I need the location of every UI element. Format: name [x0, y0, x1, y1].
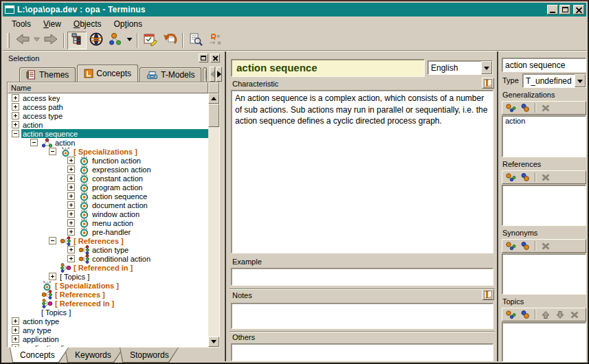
name-column-header[interactable]: Name: [8, 82, 208, 93]
tree-item-document-action[interactable]: document action: [8, 201, 208, 209]
delete-item-button[interactable]: [539, 172, 553, 183]
tree-item-pre-handler[interactable]: pre-handler: [8, 227, 208, 236]
tree-item-topics[interactable]: [ Topics ]: [8, 272, 208, 281]
tree-item-action[interactable]: action: [8, 138, 208, 147]
tab-t-models[interactable]: T-Models: [140, 67, 201, 82]
menu-options[interactable]: Options: [108, 18, 148, 30]
selection-panel-header[interactable]: Selection: [5, 52, 220, 64]
tab-scroll-right-button[interactable]: [216, 67, 222, 82]
expand-toggle[interactable]: [67, 166, 75, 173]
tree-item-references[interactable]: [ References ]: [8, 290, 208, 299]
example-text[interactable]: [231, 268, 493, 286]
tab-themes[interactable]: Themes: [19, 67, 76, 82]
tree-item-specializations[interactable]: [ Specializations ]: [8, 281, 208, 290]
characteristic-language-button[interactable]: L: [482, 78, 494, 89]
relations-button[interactable]: [106, 32, 125, 49]
tree-item-action-sequence[interactable]: action sequence: [8, 192, 208, 201]
tree-item-expression-action[interactable]: expression action: [8, 165, 208, 174]
tree-item-action-type[interactable]: action type: [8, 317, 208, 326]
relations-dropdown-button[interactable]: [125, 32, 134, 49]
link-item-button[interactable]: [518, 309, 532, 320]
tree-item-conditional-action[interactable]: conditional action: [8, 254, 208, 263]
link-item-button[interactable]: [518, 240, 532, 251]
language-select[interactable]: English: [427, 60, 493, 75]
float-panel-button[interactable]: [199, 54, 208, 62]
maximize-button[interactable]: [559, 5, 570, 14]
move-up-button[interactable]: [539, 309, 553, 320]
rename-button[interactable]: [205, 32, 225, 49]
forward-button[interactable]: [41, 32, 60, 49]
titlebar[interactable]: L:\opa\opa.dev : opa - Terminus: [3, 3, 586, 16]
scroll-down-button[interactable]: [208, 337, 219, 347]
notes-text[interactable]: [231, 303, 493, 329]
expand-toggle[interactable]: [67, 174, 75, 182]
minimize-button[interactable]: [547, 5, 558, 14]
references-list[interactable]: [502, 185, 586, 226]
expand-toggle[interactable]: [12, 326, 19, 334]
tab-concepts[interactable]: Concepts: [77, 65, 138, 82]
back-button[interactable]: [13, 32, 32, 49]
bottom-tab-concepts[interactable]: Concepts: [10, 348, 69, 363]
delete-item-button[interactable]: [539, 240, 553, 251]
undo-button[interactable]: [160, 32, 179, 49]
report-search-button[interactable]: [186, 32, 205, 49]
scrollbar-thumb[interactable]: [208, 104, 219, 127]
tree-item-access-path[interactable]: access path: [8, 102, 208, 111]
bottom-tab-keywords[interactable]: Keywords: [65, 348, 124, 363]
delete-item-button[interactable]: [539, 102, 553, 113]
add-item-button[interactable]: [504, 240, 518, 251]
tree-item-constant-action[interactable]: constant action: [8, 174, 208, 183]
expand-toggle[interactable]: [67, 246, 75, 253]
expand-toggle[interactable]: [12, 317, 19, 325]
expand-toggle[interactable]: [49, 237, 56, 244]
menu-view[interactable]: View: [37, 18, 67, 30]
expand-toggle[interactable]: [12, 94, 19, 102]
others-text[interactable]: [231, 343, 493, 361]
tree-item-access-type[interactable]: access type: [8, 111, 208, 120]
scroll-up-button[interactable]: [208, 93, 219, 104]
expand-toggle[interactable]: [67, 228, 75, 236]
close-panel-button[interactable]: [210, 54, 220, 62]
list-item[interactable]: action: [502, 116, 586, 125]
tab-partial[interactable]: [203, 67, 207, 82]
section-splitter[interactable]: [230, 331, 495, 332]
synonyms-list[interactable]: [502, 253, 586, 295]
tree-item-window-action[interactable]: window action: [8, 209, 208, 218]
tree-item-referenced-in[interactable]: [ Referenced in ]: [8, 299, 208, 308]
close-button[interactable]: [573, 5, 584, 14]
link-item-button[interactable]: [518, 102, 532, 113]
characteristic-text[interactable]: An action sequence is a complex action, …: [231, 90, 493, 253]
tree-item-any-type[interactable]: any type: [8, 326, 208, 334]
tree-item-specializations[interactable]: [ Specializations ]: [8, 147, 208, 156]
expand-toggle[interactable]: [67, 192, 75, 200]
tree-item-action-sequence[interactable]: action sequence: [8, 129, 208, 138]
scrollbar-track[interactable]: [208, 127, 219, 337]
tree-item-function-action[interactable]: function action: [8, 156, 208, 165]
menu-objects[interactable]: Objects: [67, 18, 108, 30]
link-item-button[interactable]: [518, 172, 532, 183]
tree-item-menu-action[interactable]: menu action: [8, 218, 208, 227]
tree-item-topics[interactable]: [ Topics ]: [8, 308, 208, 317]
right-splitter[interactable]: [497, 52, 498, 361]
topics-list[interactable]: [502, 322, 586, 362]
expand-toggle[interactable]: [12, 103, 19, 111]
delete-item-button[interactable]: [568, 309, 581, 320]
expand-toggle[interactable]: [12, 344, 19, 347]
expand-toggle[interactable]: [67, 219, 75, 227]
tree-item-referenced-in[interactable]: [ Referenced in ]: [8, 263, 208, 272]
expand-toggle[interactable]: [12, 112, 19, 120]
expand-toggle[interactable]: [12, 335, 19, 343]
menu-tools[interactable]: Tools: [5, 18, 37, 30]
tree-item-program-action[interactable]: program action: [8, 183, 208, 192]
expand-toggle[interactable]: [67, 157, 75, 164]
dropdown-button[interactable]: [575, 74, 586, 87]
section-splitter[interactable]: [230, 288, 495, 290]
tree-item-action[interactable]: action: [8, 120, 208, 129]
bottom-tab-stopwords[interactable]: Stopwords: [120, 348, 179, 363]
concept-sphere-button[interactable]: [87, 32, 106, 49]
expand-toggle[interactable]: [12, 121, 19, 128]
edit-object-button[interactable]: [141, 32, 160, 49]
expand-toggle[interactable]: [67, 210, 75, 218]
expand-toggle[interactable]: [49, 273, 56, 280]
expand-toggle[interactable]: [12, 130, 19, 137]
